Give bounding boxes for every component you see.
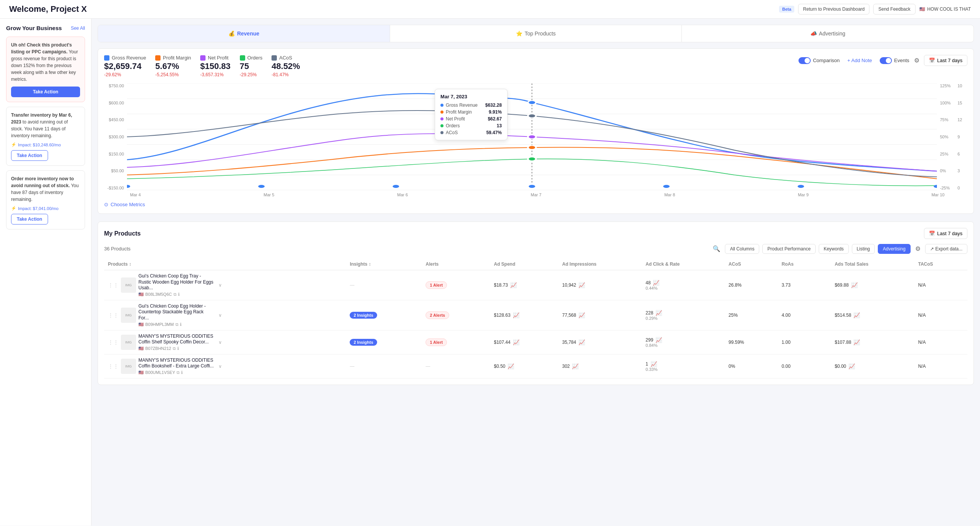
tooltip-value-1: $632.28 bbox=[485, 103, 501, 108]
svg-point-13 bbox=[528, 114, 536, 118]
products-table-container: Products ↕ Insights ↕ Alerts Ad Spend bbox=[104, 258, 967, 378]
insights-badge[interactable]: 2 Insights bbox=[350, 312, 377, 319]
ad-click-chart-icon[interactable]: 📈 bbox=[653, 280, 659, 286]
tab-top-products[interactable]: ⭐ Top Products bbox=[390, 25, 682, 42]
th-tacos: TACoS bbox=[914, 258, 967, 270]
advertising-column-button[interactable]: Advertising bbox=[878, 244, 910, 254]
ad-spend-chart-icon[interactable]: 📈 bbox=[513, 339, 519, 345]
ad-spend-value: $107.44 bbox=[494, 340, 510, 345]
svg-point-17 bbox=[529, 185, 535, 188]
tooltip-value-2: 9.91% bbox=[489, 109, 502, 115]
insights-badge[interactable]: 2 Insights bbox=[350, 339, 377, 346]
drag-handle[interactable]: ⋮⋮ bbox=[108, 339, 119, 345]
revenue-tab-label: Revenue bbox=[237, 30, 259, 37]
th-products[interactable]: Products ↕ bbox=[104, 258, 346, 270]
y-axis-right: 125%100%75%50%25%0%-25% bbox=[937, 83, 956, 190]
alert-badge[interactable]: 1 Alert bbox=[426, 281, 447, 289]
x-label-6: Mar 10 bbox=[932, 192, 945, 197]
expand-arrow[interactable]: ∨ bbox=[218, 340, 222, 345]
drag-handle[interactable]: ⋮⋮ bbox=[108, 282, 119, 288]
ad-spend-chart-icon[interactable]: 📈 bbox=[510, 282, 517, 288]
product-performance-button[interactable]: Product Performance bbox=[762, 244, 815, 254]
ads-total-sales-chart-icon[interactable]: 📈 bbox=[853, 312, 860, 318]
tooltip-value-4: 13 bbox=[497, 123, 502, 128]
ad-rate-value: 0.33% bbox=[646, 367, 721, 372]
send-feedback-button[interactable]: Send Feedback bbox=[873, 4, 915, 14]
info-icon[interactable]: ℹ bbox=[178, 292, 180, 297]
ad-impressions-chart-icon[interactable]: 📈 bbox=[578, 282, 585, 288]
take-action-button-2[interactable]: Take Action bbox=[11, 150, 48, 161]
svg-point-20 bbox=[934, 185, 937, 188]
x-label-0: Mar 4 bbox=[130, 192, 141, 197]
top-products-icon: ⭐ bbox=[516, 30, 522, 37]
ad-click-chart-icon[interactable]: 📈 bbox=[651, 361, 657, 367]
copy-icon[interactable]: ⧉ bbox=[177, 370, 180, 375]
export-button[interactable]: ↗ Export data... bbox=[925, 244, 967, 254]
products-date-range-button[interactable]: 📅 Last 7 days bbox=[924, 228, 968, 239]
expand-arrow[interactable]: ∨ bbox=[218, 282, 222, 288]
ad-click-value: 228 bbox=[646, 310, 653, 316]
ad-click-chart-icon[interactable]: 📈 bbox=[655, 337, 662, 343]
choose-metrics-button[interactable]: ⊙ Choose Metrics bbox=[104, 202, 145, 207]
tacos-cell-value: N/A bbox=[918, 340, 926, 345]
svg-point-19 bbox=[798, 185, 804, 188]
gear-settings-icon[interactable]: ⚙ bbox=[914, 57, 919, 64]
info-icon[interactable]: ℹ bbox=[177, 346, 179, 351]
alert-badge[interactable]: 1 Alert bbox=[426, 338, 447, 346]
ads-total-sales-chart-icon[interactable]: 📈 bbox=[851, 282, 858, 288]
ads-total-sales-chart-icon[interactable]: 📈 bbox=[848, 363, 855, 369]
ad-spend-chart-icon[interactable]: 📈 bbox=[508, 363, 514, 369]
ad-impressions-chart-icon[interactable]: 📈 bbox=[578, 312, 585, 318]
table-settings-button[interactable]: ⚙ bbox=[914, 244, 922, 254]
alert-badge[interactable]: 2 Alerts bbox=[426, 311, 449, 319]
impact-value-2: Impact: $7,041.00/mo bbox=[18, 206, 58, 211]
add-note-button[interactable]: + Add Note bbox=[844, 56, 875, 65]
copy-icon[interactable]: ⧉ bbox=[174, 292, 177, 297]
ad-impressions-chart-icon[interactable]: 📈 bbox=[578, 339, 585, 345]
comparison-toggle-switch[interactable] bbox=[798, 57, 811, 64]
take-action-button-1[interactable]: Take Action bbox=[11, 87, 80, 97]
acos-cell-value: 0% bbox=[729, 364, 735, 369]
action-card-2-text: Order more inventory now to avoid runnin… bbox=[11, 175, 80, 203]
revenue-icon: 💰 bbox=[228, 30, 235, 37]
search-button[interactable]: 🔍 bbox=[711, 244, 722, 254]
listing-button[interactable]: Listing bbox=[852, 244, 875, 254]
alert-card-1-bold: Uh oh! Check this product's listing or P… bbox=[11, 42, 72, 55]
date-range-button[interactable]: 📅 Last 7 days bbox=[924, 55, 968, 66]
tacos-cell-value: N/A bbox=[918, 313, 926, 318]
svg-point-14 bbox=[127, 185, 130, 188]
ad-click-value: 48 bbox=[646, 280, 651, 285]
tooltip-label-1: Gross Revenue bbox=[446, 103, 477, 108]
drag-handle[interactable]: ⋮⋮ bbox=[108, 363, 119, 369]
dash-alerts: — bbox=[426, 364, 430, 369]
net-profit-check bbox=[200, 55, 206, 61]
tab-revenue[interactable]: 💰 Revenue bbox=[98, 25, 390, 42]
ad-click-chart-icon[interactable]: 📈 bbox=[655, 310, 662, 316]
svg-point-9 bbox=[528, 101, 536, 104]
take-action-button-3[interactable]: Take Action bbox=[11, 214, 48, 225]
expand-arrow[interactable]: ∨ bbox=[218, 364, 222, 369]
info-icon[interactable]: ℹ bbox=[180, 322, 182, 327]
events-label: Events bbox=[894, 58, 909, 63]
keywords-button[interactable]: Keywords bbox=[819, 244, 849, 254]
tab-advertising[interactable]: 📣 Advertising bbox=[682, 25, 974, 42]
all-columns-button[interactable]: All Columns bbox=[725, 244, 759, 254]
chart-section: Gross Revenue $2,659.74 -29.62% Profit M… bbox=[98, 48, 974, 214]
copy-icon[interactable]: ⧉ bbox=[175, 322, 178, 327]
dash-insights: — bbox=[350, 364, 354, 369]
ad-spend-value: $18.73 bbox=[494, 282, 508, 288]
th-insights[interactable]: Insights ↕ bbox=[346, 258, 422, 270]
return-dashboard-button[interactable]: Return to Previous Dashboard bbox=[798, 4, 869, 14]
gross-revenue-value: $2,659.74 bbox=[104, 61, 146, 71]
expand-arrow[interactable]: ∨ bbox=[218, 313, 222, 318]
copy-icon[interactable]: ⧉ bbox=[173, 346, 176, 351]
events-toggle-switch[interactable] bbox=[880, 57, 892, 64]
see-all-link[interactable]: See All bbox=[71, 26, 85, 31]
table-header-row: Products ↕ Insights ↕ Alerts Ad Spend bbox=[104, 258, 967, 270]
drag-handle[interactable]: ⋮⋮ bbox=[108, 312, 119, 318]
ad-impressions-chart-icon[interactable]: 📈 bbox=[572, 363, 578, 369]
x-axis: Mar 4 Mar 5 Mar 6 Mar 7 Mar 8 Mar 9 Mar … bbox=[104, 191, 967, 197]
ad-spend-chart-icon[interactable]: 📈 bbox=[513, 312, 519, 318]
info-icon[interactable]: ℹ bbox=[181, 370, 183, 375]
ads-total-sales-chart-icon[interactable]: 📈 bbox=[853, 339, 860, 345]
